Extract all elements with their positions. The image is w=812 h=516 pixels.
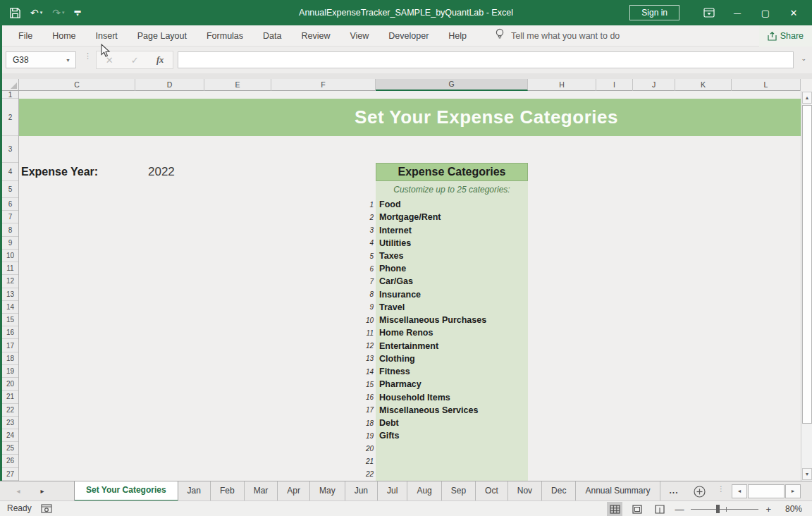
row-header-8[interactable]: 8 [2, 223, 18, 236]
row-header-7[interactable]: 7 [2, 211, 18, 223]
sheet-tab-jun[interactable]: Jun [345, 481, 378, 501]
row-header-4[interactable]: 4 [2, 163, 18, 181]
ribbon-tab-review[interactable]: Review [291, 25, 340, 47]
vertical-scrollbar[interactable]: ▲ ▼ [801, 91, 812, 481]
row-header-13[interactable]: 13 [2, 288, 18, 301]
horizontal-scrollbar-thumb[interactable] [748, 484, 785, 498]
zoom-level[interactable]: 80% [778, 504, 802, 514]
row-header-12[interactable]: 12 [2, 275, 18, 288]
row-header-21[interactable]: 21 [2, 391, 18, 403]
new-sheet-button[interactable] [688, 481, 711, 501]
row-header-22[interactable]: 22 [2, 404, 18, 417]
ribbon-tab-developer[interactable]: Developer [379, 25, 438, 47]
maximize-button[interactable]: ▢ [751, 0, 780, 25]
sheet-tab-apr[interactable]: Apr [278, 481, 310, 501]
worksheet-area[interactable]: Set Your Expense Categories Expense Year… [19, 91, 801, 481]
row-header-9[interactable]: 9 [2, 237, 18, 250]
expense-year-label[interactable]: Expense Year: [21, 163, 98, 181]
category-row-16[interactable]: 16Household Items [340, 391, 544, 403]
row-header-19[interactable]: 19 [2, 365, 18, 378]
column-header-j[interactable]: J [633, 79, 675, 91]
row-header-17[interactable]: 17 [2, 339, 18, 352]
category-row-13[interactable]: 13Clothing [340, 352, 544, 365]
name-box[interactable]: G38▼ [6, 51, 76, 68]
sheet-tab-oct[interactable]: Oct [476, 481, 508, 501]
sheet-nav-right-icon[interactable]: ▸ [34, 481, 51, 501]
row-header-6[interactable]: 6 [2, 198, 18, 211]
row-header-15[interactable]: 15 [2, 314, 18, 326]
scroll-right-icon[interactable]: ► [785, 484, 801, 498]
column-header-i[interactable]: I [596, 79, 633, 91]
expand-formula-bar-icon[interactable]: ⌄ [801, 55, 806, 62]
sheet-tab-annual-summary[interactable]: Annual Summary [576, 481, 660, 501]
category-row-19[interactable]: 19Gifts [340, 429, 544, 442]
close-button[interactable]: ✕ [780, 0, 808, 25]
row-header-2[interactable]: 2 [2, 99, 18, 136]
row-header-18[interactable]: 18 [2, 352, 18, 365]
scroll-up-icon[interactable]: ▲ [802, 92, 812, 104]
category-row-11[interactable]: 11Home Renos [340, 326, 544, 339]
column-header-c[interactable]: C [19, 79, 135, 91]
column-header-e[interactable]: E [204, 79, 271, 91]
ribbon-tab-formulas[interactable]: Formulas [197, 25, 253, 47]
sheet-tab-aug[interactable]: Aug [407, 481, 441, 501]
column-header-l[interactable]: L [732, 79, 801, 91]
expense-year-value[interactable]: 2022 [135, 163, 204, 181]
row-header-23[interactable]: 23 [2, 417, 18, 429]
zoom-out-icon[interactable]: — [675, 504, 684, 515]
category-row-8[interactable]: 8Insurance [340, 288, 544, 301]
category-row-14[interactable]: 14Fitness [340, 365, 544, 378]
column-header-f[interactable]: F [271, 79, 376, 91]
category-row-1[interactable]: 1Food [340, 198, 544, 211]
share-button[interactable]: Share [759, 25, 812, 47]
page-break-view-icon[interactable] [652, 502, 668, 516]
row-header-1[interactable]: 1 [2, 91, 18, 99]
normal-view-icon[interactable] [607, 502, 622, 516]
macro-record-icon[interactable] [41, 504, 52, 515]
categories-header-cell[interactable]: Expense Categories [376, 163, 528, 181]
sheet-tab-jul[interactable]: Jul [378, 481, 407, 501]
horizontal-scrollbar[interactable]: ◄ ► [732, 484, 801, 498]
row-header-25[interactable]: 25 [2, 442, 18, 455]
insert-function-icon[interactable]: fx [156, 55, 164, 66]
row-header-14[interactable]: 14 [2, 301, 18, 314]
row-header-16[interactable]: 16 [2, 326, 18, 339]
enter-icon[interactable]: ✓ [131, 55, 139, 66]
row-header-24[interactable]: 24 [2, 429, 18, 442]
category-row-18[interactable]: 18Debt [340, 417, 544, 429]
categories-subtitle-cell[interactable]: Customize up to 25 categories: [376, 181, 528, 198]
category-row-20[interactable]: 20 [340, 442, 544, 455]
scroll-left-icon[interactable]: ◄ [732, 484, 747, 498]
sheet-tab-nov[interactable]: Nov [508, 481, 542, 501]
ribbon-tab-file[interactable]: File [8, 25, 42, 47]
sheet-tab-may[interactable]: May [310, 481, 345, 501]
sheet-nav-left-icon[interactable]: ◂ [10, 481, 27, 501]
ribbon-tab-view[interactable]: View [340, 25, 379, 47]
scroll-down-icon[interactable]: ▼ [802, 468, 812, 480]
row-header-3[interactable]: 3 [2, 136, 18, 163]
sheet-tab-dec[interactable]: Dec [542, 481, 576, 501]
category-row-12[interactable]: 12Entertainment [340, 340, 544, 352]
column-header-h[interactable]: H [528, 79, 596, 91]
category-row-5[interactable]: 5Taxes [340, 250, 544, 262]
category-row-10[interactable]: 10Miscellaneous Purchases [340, 314, 544, 326]
tell-me-box[interactable]: Tell me what you want to do [495, 28, 620, 43]
category-row-3[interactable]: 3Internet [340, 223, 544, 236]
formula-bar-splitter[interactable]: ⋮ [84, 54, 92, 58]
ribbon-display-options-button[interactable] [695, 0, 723, 25]
category-row-2[interactable]: 2Mortgage/Rent [340, 211, 544, 223]
sheet-tab-jan[interactable]: Jan [178, 481, 211, 501]
sheet-tab-mar[interactable]: Mar [245, 481, 278, 501]
ribbon-tab-insert[interactable]: Insert [86, 25, 128, 47]
select-all-corner[interactable] [2, 79, 19, 91]
row-header-27[interactable]: 27 [2, 468, 18, 481]
ribbon-tab-data[interactable]: Data [253, 25, 291, 47]
category-row-15[interactable]: 15Pharmacy [340, 378, 544, 391]
vertical-scrollbar-thumb[interactable] [802, 105, 812, 424]
row-header-5[interactable]: 5 [2, 181, 18, 198]
sign-in-button[interactable]: Sign in [629, 5, 679, 20]
row-header-10[interactable]: 10 [2, 250, 18, 262]
zoom-slider[interactable] [691, 504, 758, 514]
title-banner-cell[interactable]: Set Your Expense Categories [19, 99, 801, 136]
row-header-20[interactable]: 20 [2, 378, 18, 391]
